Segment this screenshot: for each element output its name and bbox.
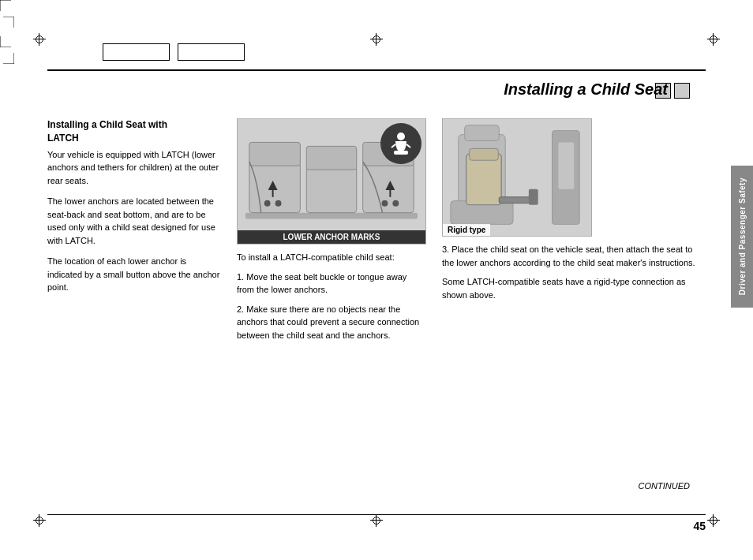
svg-rect-29	[465, 125, 500, 141]
svg-rect-31	[470, 148, 499, 160]
svg-rect-25	[394, 151, 408, 155]
svg-rect-12	[306, 166, 356, 212]
header-tab-1	[103, 43, 170, 61]
page-footer: 45	[47, 514, 706, 532]
para-2: The lower anchors are located between th…	[47, 195, 221, 247]
svg-line-23	[391, 144, 395, 147]
page-title: Installing a Child Seat	[504, 80, 668, 99]
continued-text: CONTINUED	[639, 481, 690, 491]
right-column: Rigid type 3. Place the child seat on th…	[442, 118, 706, 497]
reg-mark-br	[707, 514, 720, 527]
rigid-type-svg	[443, 118, 591, 237]
lower-anchor-label: LOWER ANCHOR MARKS	[238, 230, 425, 244]
rigid-type-image: Rigid type	[442, 118, 592, 237]
header-tab-2	[178, 43, 245, 61]
sidebar-tab: Driver and Passenger Safety	[731, 166, 753, 308]
svg-rect-33	[529, 189, 538, 205]
svg-line-24	[406, 144, 410, 147]
svg-rect-35	[558, 142, 574, 189]
mid-column: LOWER ANCHOR MARKS To install a LATCH-co…	[237, 118, 442, 497]
header-line	[47, 69, 706, 71]
latch-note: Some LATCH-compatible seats have a rigid…	[442, 275, 706, 301]
reg-mark-bl	[33, 514, 46, 527]
step-2: 2. Make sure there are no objects near t…	[237, 303, 426, 342]
svg-rect-9	[245, 213, 418, 219]
step-3: 3. Place the child seat on the vehicle s…	[442, 243, 706, 269]
svg-rect-13	[306, 146, 356, 170]
left-column: Installing a Child Seat with LATCH Your …	[47, 118, 237, 497]
svg-point-20	[381, 200, 388, 207]
reg-mark-tr	[707, 33, 720, 46]
svg-rect-11	[249, 142, 300, 166]
main-content: Installing a Child Seat with LATCH Your …	[47, 118, 706, 497]
reg-mark-tc	[370, 33, 383, 46]
svg-point-21	[392, 200, 399, 207]
step-intro: To install a LATCH-compatible child seat…	[237, 251, 426, 264]
svg-point-22	[397, 133, 405, 140]
svg-rect-14	[363, 162, 414, 212]
reg-mark-tl	[33, 33, 46, 46]
page-number: 45	[693, 520, 706, 532]
rigid-label: Rigid type	[443, 224, 490, 236]
para-3: The location of each lower anchor is ind…	[47, 255, 221, 294]
para-1: Your vehicle is equipped with LATCH (low…	[47, 148, 221, 188]
svg-point-18	[264, 200, 271, 207]
sidebar-label: Driver and Passenger Safety	[738, 177, 747, 295]
svg-rect-30	[466, 154, 502, 204]
corner-mark-tr	[0, 17, 753, 33]
step-1: 1. Move the seat belt buckle or tongue a…	[237, 271, 426, 297]
child-seat-icon	[380, 123, 421, 164]
svg-point-19	[275, 200, 282, 207]
corner-mark-tl	[0, 0, 753, 17]
section-heading: Installing a Child Seat with LATCH	[47, 118, 221, 145]
lower-anchor-image: LOWER ANCHOR MARKS	[237, 118, 426, 245]
